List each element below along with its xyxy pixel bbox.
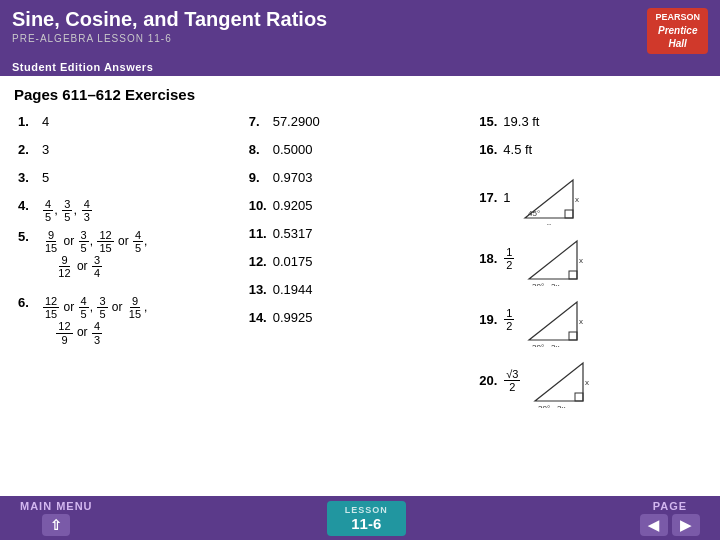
list-item: 20. √32 2x x 30°: [475, 350, 706, 411]
list-item: 19. 12 2x x 30°: [475, 289, 706, 350]
list-item: 5. 915 or 35, 1215 or 45, 912 or 34: [14, 226, 245, 282]
svg-text:2x: 2x: [551, 343, 559, 347]
list-item: 10. 0.9205: [245, 195, 476, 223]
svg-rect-16: [575, 393, 583, 401]
list-item: 7. 57.2900: [245, 111, 476, 139]
list-item: 3. 5: [14, 167, 245, 195]
main-content: Pages 611–612 Exercises 1. 4 2. 3 3. 5 4…: [0, 76, 720, 417]
list-item: 2. 3: [14, 139, 245, 167]
svg-text:2x: 2x: [551, 282, 559, 286]
main-menu-label: MAIN MENU: [20, 500, 93, 512]
col2: 7. 57.2900 8. 0.5000 9. 0.9703 10. 0.920…: [245, 111, 476, 411]
list-item: 1. 4: [14, 111, 245, 139]
list-item: 14. 0.9925: [245, 307, 476, 335]
svg-rect-11: [569, 332, 577, 340]
prev-page-button[interactable]: ◀: [640, 514, 668, 536]
svg-text:x: x: [585, 378, 589, 387]
svg-rect-1: [565, 210, 573, 218]
triangle-19: 2x x 30°: [519, 292, 587, 347]
svg-text:x: x: [579, 317, 583, 326]
exercises-title: Pages 611–612 Exercises: [14, 86, 706, 103]
header: Sine, Cosine, and Tangent Ratios PRE-ALG…: [0, 0, 720, 58]
triangle-18: 2x x 30°: [519, 231, 587, 286]
col3: 15. 19.3 ft 16. 4.5 ft 17. 1: [475, 111, 706, 411]
list-item: 17. 1 45° x x: [475, 167, 706, 228]
answers-grid: 1. 4 2. 3 3. 5 4. 45, 35, 43 5.: [14, 111, 706, 411]
svg-marker-10: [529, 302, 577, 340]
list-item: 8. 0.5000: [245, 139, 476, 167]
pearson-logo: PEARSON PrenticeHall: [647, 8, 708, 54]
svg-marker-5: [529, 241, 577, 279]
list-item: 9. 0.9703: [245, 167, 476, 195]
svg-rect-6: [569, 271, 577, 279]
list-item: 18. 12 2x x 30°: [475, 228, 706, 289]
page-arrows: ◀ ▶: [640, 514, 700, 536]
svg-text:30°: 30°: [538, 404, 550, 408]
lesson-display: LESSON 11-6: [327, 501, 406, 536]
list-item: 16. 4.5 ft: [475, 139, 706, 167]
svg-text:x: x: [575, 195, 579, 204]
svg-marker-15: [535, 363, 583, 401]
svg-text:30°: 30°: [532, 343, 544, 347]
col1: 1. 4 2. 3 3. 5 4. 45, 35, 43 5.: [14, 111, 245, 411]
list-item: 13. 0.1944: [245, 279, 476, 307]
main-menu-button[interactable]: MAIN MENU ⇧: [20, 500, 93, 536]
list-item: 6. 1215 or 45, 35 or 915, 129 or 43: [14, 292, 245, 348]
logo-prentice: PrenticeHall: [655, 24, 700, 50]
page-title: Sine, Cosine, and Tangent Ratios: [12, 8, 327, 31]
page-label: PAGE: [653, 500, 687, 512]
svg-text:x: x: [547, 221, 551, 225]
lesson-label: LESSON: [345, 505, 388, 515]
triangle-20: 2x x 30°: [525, 353, 593, 408]
list-item: 4. 45, 35, 43: [14, 195, 245, 226]
list-item: 12. 0.0175: [245, 251, 476, 279]
svg-text:45°: 45°: [528, 209, 540, 218]
page-button[interactable]: PAGE ◀ ▶: [640, 500, 700, 536]
lesson-subtitle: PRE-ALGEBRA LESSON 11-6: [12, 33, 327, 44]
sea-banner: Student Edition Answers: [0, 58, 720, 76]
list-item: 11. 0.5317: [245, 223, 476, 251]
logo-pearson: PEARSON: [655, 12, 700, 24]
footer: MAIN MENU ⇧ LESSON 11-6 PAGE ◀ ▶: [0, 496, 720, 540]
lesson-number: 11-6: [351, 515, 381, 532]
list-item: 15. 19.3 ft: [475, 111, 706, 139]
svg-text:2x: 2x: [557, 404, 565, 408]
svg-text:30°: 30°: [532, 282, 544, 286]
next-page-button[interactable]: ▶: [672, 514, 700, 536]
main-menu-arrow[interactable]: ⇧: [42, 514, 70, 536]
svg-text:x: x: [579, 256, 583, 265]
triangle-17: 45° x x: [515, 170, 583, 225]
